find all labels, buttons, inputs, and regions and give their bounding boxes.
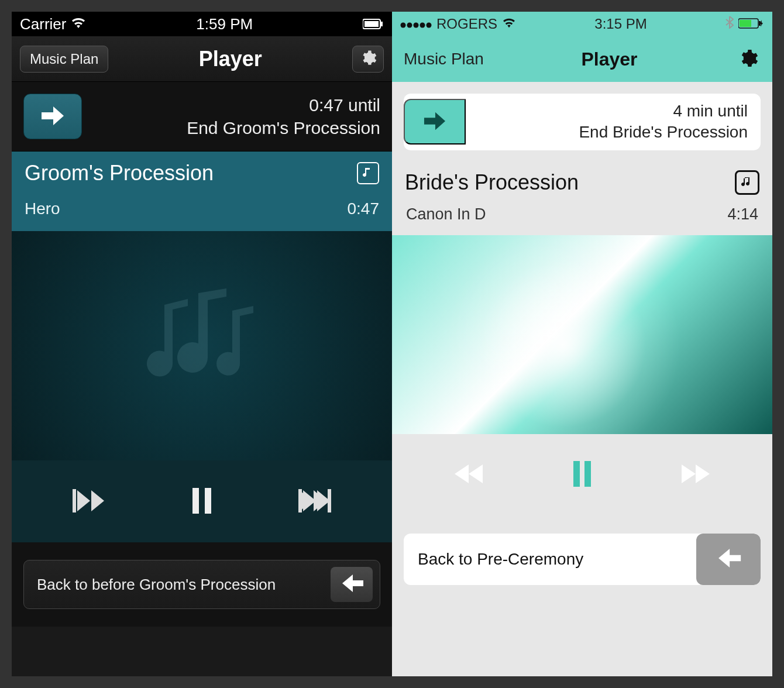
settings-button[interactable]: [735, 46, 761, 72]
gear-icon: [359, 49, 377, 68]
svg-rect-14: [584, 461, 591, 487]
album-artwork: [12, 231, 392, 460]
song-row[interactable]: Canon In D 4:14: [392, 198, 772, 235]
settings-button[interactable]: [352, 46, 384, 73]
statusbar: ROGERS 3:15 PM: [392, 12, 772, 36]
music-note-icon[interactable]: [735, 170, 759, 195]
song-row[interactable]: Hero 0:47: [12, 191, 392, 231]
back-label: Back to before Groom's Procession: [37, 576, 276, 594]
carrier-label: ROGERS: [436, 16, 497, 32]
playback-controls: [392, 434, 772, 516]
phone-light: ROGERS 3:15 PM Music Plan Player: [392, 12, 772, 676]
statusbar: Carrier 1:59 PM: [12, 12, 392, 36]
next-time-label: 0:47 until: [94, 94, 380, 116]
music-plan-label: Music Plan: [30, 51, 98, 67]
skip-back-icon: [453, 477, 484, 486]
bottom-bar: Back to Pre-Ceremony: [392, 516, 772, 603]
svg-point-5: [401, 23, 406, 28]
clock-label: 3:15 PM: [594, 16, 647, 32]
music-note-icon[interactable]: [357, 162, 379, 184]
svg-point-9: [427, 23, 432, 28]
svg-point-8: [420, 23, 425, 28]
svg-rect-4: [205, 488, 211, 514]
page-title: Player: [581, 49, 637, 70]
section-title: Bride's Procession: [405, 170, 579, 195]
clock-label: 1:59 PM: [196, 15, 253, 33]
song-duration: 4:14: [727, 205, 758, 223]
back-row[interactable]: Back to Pre-Ceremony: [404, 534, 761, 585]
svg-rect-1: [365, 21, 379, 27]
section-title: Groom's Procession: [25, 161, 214, 185]
next-button[interactable]: [680, 463, 711, 486]
song-name: Hero: [25, 199, 60, 218]
next-event-button[interactable]: [23, 94, 82, 139]
back-arrow-button[interactable]: [331, 567, 373, 602]
arrow-left-icon: [340, 573, 363, 596]
back-row[interactable]: Back to before Groom's Procession: [23, 560, 380, 609]
skip-back-icon: [73, 505, 105, 514]
music-plan-button[interactable]: Music Plan: [404, 50, 484, 68]
bluetooth-icon: [725, 16, 734, 32]
next-button[interactable]: [298, 489, 331, 514]
music-plan-button[interactable]: Music Plan: [20, 46, 108, 73]
battery-icon: [363, 15, 384, 33]
song-name: Canon In D: [406, 205, 486, 223]
carrier-label: Carrier: [20, 15, 66, 33]
playback-controls: [12, 460, 392, 542]
signal-icon: [400, 16, 432, 32]
phone-dark: Carrier 1:59 PM Music Plan Player: [12, 12, 392, 676]
previous-button[interactable]: [73, 489, 105, 514]
song-duration: 0:47: [348, 199, 380, 218]
bottom-bar: Back to before Groom's Procession: [12, 542, 392, 627]
pause-button[interactable]: [191, 488, 212, 515]
battery-icon: [738, 16, 764, 32]
pause-icon: [191, 507, 212, 515]
next-time-label: 4 min until: [475, 101, 748, 122]
next-event-row: 4 min until End Bride's Procession: [392, 82, 772, 162]
previous-button[interactable]: [453, 463, 484, 486]
pause-icon: [572, 480, 592, 489]
skip-forward-icon: [298, 505, 331, 514]
skip-forward-icon: [680, 477, 711, 486]
next-event-row: 0:47 until End Groom's Procession: [12, 82, 392, 152]
svg-point-7: [414, 23, 419, 28]
section-header: Bride's Procession: [392, 162, 772, 198]
wifi-icon: [502, 16, 516, 32]
pause-button[interactable]: [572, 461, 592, 489]
svg-point-6: [407, 23, 412, 28]
gear-icon: [737, 48, 758, 71]
arrow-right-icon: [39, 104, 66, 129]
svg-rect-2: [381, 22, 383, 26]
page-title: Player: [199, 47, 262, 71]
section-header: Groom's Procession: [12, 152, 392, 191]
next-event-label: End Bride's Procession: [475, 122, 748, 143]
wifi-icon: [71, 15, 86, 33]
svg-rect-13: [573, 461, 580, 487]
arrow-left-icon: [716, 548, 741, 571]
back-arrow-button[interactable]: [696, 534, 761, 585]
svg-rect-3: [192, 488, 199, 514]
svg-rect-11: [740, 20, 751, 27]
navbar: Music Plan Player: [12, 36, 392, 82]
arrow-right-icon: [421, 110, 448, 134]
album-artwork: [392, 235, 772, 434]
back-label: Back to Pre-Ceremony: [404, 550, 583, 569]
navbar: Music Plan Player: [392, 36, 772, 82]
next-event-label: End Groom's Procession: [94, 116, 380, 139]
next-event-button[interactable]: [404, 99, 466, 145]
